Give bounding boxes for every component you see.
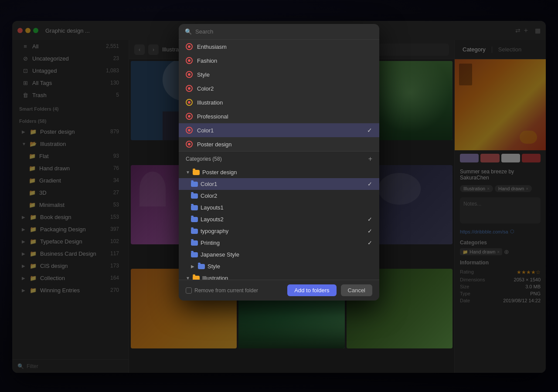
layouts2-folder-icon: [191, 217, 198, 222]
poster-design-tag-label: Poster design: [197, 141, 232, 148]
remove-checkbox[interactable]: [186, 287, 192, 294]
professional-label: Professional: [197, 113, 228, 120]
fashion-tag-icon: [186, 57, 193, 64]
japanese-style-tree-label: Japanese Style: [201, 251, 239, 258]
tree-style[interactable]: ▶ Style: [179, 260, 379, 272]
modal-item-enthusiasm[interactable]: Enthusiasm: [179, 40, 379, 54]
layouts2-tree-label: Layouts2: [201, 216, 224, 223]
add-to-folders-button[interactable]: Add to folders: [287, 284, 336, 296]
style-tag-icon: [186, 71, 193, 78]
color2-tree-label: Color2: [201, 193, 217, 199]
typography-tree-label: typography: [201, 228, 228, 234]
color1-tree-label: Color1: [201, 181, 217, 187]
layouts1-tree-label: Layouts1: [201, 204, 224, 211]
modal-item-style[interactable]: Style: [179, 68, 379, 81]
add-category-button[interactable]: +: [368, 155, 372, 163]
enthusiasm-label: Enthusiasm: [197, 44, 227, 50]
illustration-tag-icon: [186, 99, 193, 106]
illustration-arrow-icon: ▼: [186, 276, 190, 280]
color2-label: Color2: [197, 85, 214, 92]
printing-folder-icon: [191, 240, 198, 246]
tree-color1[interactable]: Color1 ✓: [179, 178, 379, 190]
color2-tag-icon: [186, 85, 193, 92]
color1-tag-icon: [186, 127, 193, 134]
modal-footer: Remove from current folder Add to folder…: [179, 280, 379, 301]
modal-tag-list: Enthusiasm Fashion Style Color2 Illustra…: [179, 40, 379, 151]
remove-checkbox-text: Remove from current folder: [194, 287, 258, 294]
fashion-label: Fashion: [197, 57, 217, 64]
illustration-tree-label: Illustration: [202, 275, 228, 280]
tree-typography[interactable]: typography ✓: [179, 225, 379, 237]
poster-design-folder-icon: [193, 170, 200, 175]
style-tree-label: Style: [208, 263, 220, 270]
japanese-style-folder-icon: [191, 252, 198, 257]
color1-tree-check: ✓: [367, 181, 372, 187]
enthusiasm-tag-icon: [186, 43, 193, 50]
color1-folder-icon: [191, 182, 198, 187]
color1-checkmark: ✓: [367, 127, 372, 134]
tree-color2[interactable]: Color2: [179, 190, 379, 202]
color2-folder-icon: [191, 193, 198, 199]
tree-layouts2[interactable]: Layouts2 ✓: [179, 213, 379, 225]
illustration-folder-icon: [193, 276, 200, 280]
remove-checkbox-label[interactable]: Remove from current folder: [186, 287, 283, 294]
modal-categories: Categories (58) + ▼ Poster design Color1…: [179, 151, 379, 280]
tree-layouts1[interactable]: Layouts1: [179, 202, 379, 213]
modal-search-icon: 🔍: [185, 28, 192, 35]
modal-search: 🔍: [179, 24, 379, 40]
style-label: Style: [197, 71, 210, 78]
modal-item-fashion[interactable]: Fashion: [179, 54, 379, 68]
tree-poster-design[interactable]: ▼ Poster design: [179, 166, 379, 178]
modal-item-color2[interactable]: Color2: [179, 81, 379, 95]
modal-categories-header: Categories (58) +: [179, 152, 379, 166]
modal-item-poster-design-tag[interactable]: Poster design: [179, 137, 379, 151]
style-arrow-icon: ▶: [191, 264, 195, 269]
printing-tree-label: Printing: [201, 240, 220, 246]
tree-illustration[interactable]: ▼ Illustration: [179, 272, 379, 280]
layouts2-tree-check: ✓: [367, 216, 372, 223]
typography-tree-check: ✓: [367, 228, 372, 234]
modal-tree: ▼ Poster design Color1 ✓ Color2: [179, 166, 379, 280]
tree-arrow-down: ▼: [186, 170, 190, 175]
poster-design-tree-label: Poster design: [202, 169, 237, 176]
tree-printing[interactable]: Printing ✓: [179, 237, 379, 249]
desktop: Graphic design ... ⇄ + ▦ ≡ All 2,551 ⊘: [0, 0, 558, 392]
illustration-modal-label: Illustration: [197, 99, 223, 106]
color1-label: Color1: [197, 127, 214, 134]
modal-item-color1[interactable]: Color1 ✓: [179, 123, 379, 137]
layouts1-folder-icon: [191, 205, 198, 210]
modal-overlay[interactable]: 🔍 Enthusiasm Fashion Style: [0, 0, 558, 392]
style-folder-icon: [198, 264, 205, 269]
categories-count-label: Categories (58): [186, 156, 222, 162]
professional-tag-icon: [186, 113, 193, 120]
modal-search-input[interactable]: [195, 28, 373, 35]
cancel-button[interactable]: Cancel: [341, 284, 372, 296]
printing-tree-check: ✓: [367, 240, 372, 246]
typography-folder-icon: [191, 229, 198, 234]
modal-item-illustration[interactable]: Illustration: [179, 95, 379, 109]
folder-picker-modal: 🔍 Enthusiasm Fashion Style: [179, 24, 379, 301]
modal-item-professional[interactable]: Professional: [179, 109, 379, 123]
tree-japanese-style[interactable]: Japanese Style: [179, 249, 379, 260]
poster-design-tag-icon: [186, 141, 193, 148]
